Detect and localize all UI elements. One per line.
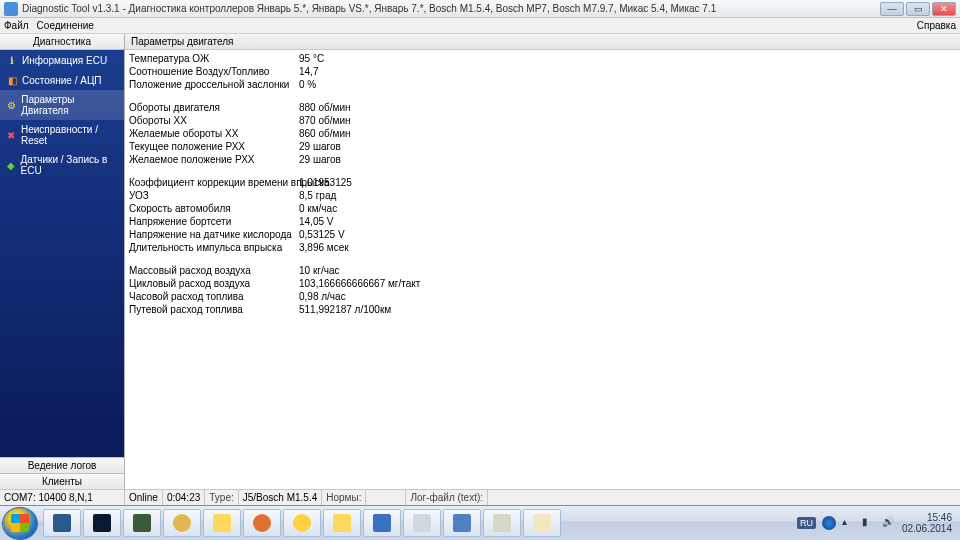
system-tray: RU ▴ ▮ 🔊 15:46 02.06.2014 <box>791 512 958 534</box>
start-button[interactable] <box>2 507 38 540</box>
param-label: Обороты ХХ <box>129 114 299 127</box>
param-row: Коэффициент коррекции времени впрыска1,0… <box>125 176 960 189</box>
status-time: 0:04:23 <box>163 490 205 505</box>
content-panel: Параметры двигателя Температура ОЖ95 °CС… <box>125 34 960 489</box>
param-row: Обороты двигателя880 об/мин <box>125 101 960 114</box>
sidebar-item-label: Параметры Двигателя <box>21 94 118 116</box>
status-log <box>488 490 960 505</box>
app-icon <box>293 514 311 532</box>
param-label: УОЗ <box>129 189 299 202</box>
param-row: Цикловый расход воздуха103,166666666667 … <box>125 277 960 290</box>
taskbar-app-9[interactable] <box>403 509 441 537</box>
param-row: Температура ОЖ95 °C <box>125 52 960 65</box>
taskbar-app-1[interactable] <box>83 509 121 537</box>
param-row: Соотношение Воздух/Топливо14,7 <box>125 65 960 78</box>
content-body: Температура ОЖ95 °CСоотношение Воздух/То… <box>125 50 960 489</box>
taskbar-app-5[interactable] <box>243 509 281 537</box>
param-row: Напряжение на датчике кислорода0,53125 V <box>125 228 960 241</box>
param-label: Текущее положение РХХ <box>129 140 299 153</box>
status-online: Online <box>125 490 163 505</box>
param-label: Температура ОЖ <box>129 52 299 65</box>
param-label: Массовый расход воздуха <box>129 264 299 277</box>
param-label: Коэффициент коррекции времени впрыска <box>129 176 299 189</box>
clock-time: 15:46 <box>902 512 952 523</box>
app-icon <box>493 514 511 532</box>
sidebar-bottom-1[interactable]: Клиенты <box>0 473 124 489</box>
taskbar-app-0[interactable] <box>43 509 81 537</box>
param-row: Желаемое положение РХХ29 шагов <box>125 153 960 166</box>
param-label: Положение дроссельной заслонки <box>129 78 299 91</box>
param-row: Массовый расход воздуха10 кг/час <box>125 264 960 277</box>
app-icon <box>213 514 231 532</box>
param-row: Текущее положение РХХ29 шагов <box>125 140 960 153</box>
sidebar-icon: ◆ <box>6 159 17 171</box>
taskbar: RU ▴ ▮ 🔊 15:46 02.06.2014 <box>0 505 960 540</box>
network-icon[interactable]: ▮ <box>862 516 876 530</box>
status-type-label: Type: <box>205 490 238 505</box>
sidebar-item-3[interactable]: ✖Неисправности / Reset <box>0 120 124 150</box>
language-indicator[interactable]: RU <box>797 517 816 529</box>
taskbar-app-6[interactable] <box>283 509 321 537</box>
app-icon <box>533 514 551 532</box>
sidebar-icon: ℹ <box>6 54 18 66</box>
sidebar-item-label: Неисправности / Reset <box>21 124 118 146</box>
app-icon <box>253 514 271 532</box>
volume-icon[interactable]: 🔊 <box>882 516 896 530</box>
window-title: Diagnostic Tool v1.3.1 - Диагностика кон… <box>22 3 880 14</box>
sidebar-bottom-0[interactable]: Ведение логов <box>0 457 124 473</box>
maximize-button[interactable]: ▭ <box>906 2 930 16</box>
param-value: 95 °C <box>299 52 956 65</box>
taskbar-app-7[interactable] <box>323 509 361 537</box>
app-icon <box>453 514 471 532</box>
close-button[interactable]: ✕ <box>932 2 956 16</box>
sidebar-icon: ⚙ <box>6 99 17 111</box>
clock[interactable]: 15:46 02.06.2014 <box>902 512 952 534</box>
param-value: 14,05 V <box>299 215 956 228</box>
sidebar-item-2[interactable]: ⚙Параметры Двигателя <box>0 90 124 120</box>
tray-chevron-icon[interactable]: ▴ <box>842 516 856 530</box>
app-icon <box>53 514 71 532</box>
sidebar-item-label: Датчики / Запись в ECU <box>21 154 118 176</box>
param-value: 0,53125 V <box>299 228 956 241</box>
param-label: Длительность импульса впрыска <box>129 241 299 254</box>
taskbar-app-12[interactable] <box>523 509 561 537</box>
param-value: 860 об/мин <box>299 127 956 140</box>
sidebar-item-0[interactable]: ℹИнформация ECU <box>0 50 124 70</box>
app-icon <box>413 514 431 532</box>
sidebar-item-label: Информация ECU <box>22 55 107 66</box>
param-value: 880 об/мин <box>299 101 956 114</box>
param-row: УОЗ8,5 град <box>125 189 960 202</box>
taskbar-app-11[interactable] <box>483 509 521 537</box>
menu-file[interactable]: Файл <box>4 20 29 31</box>
param-row: Напряжение бортсети14,05 V <box>125 215 960 228</box>
content-title: Параметры двигателя <box>125 34 960 50</box>
minimize-button[interactable]: — <box>880 2 904 16</box>
taskbar-app-3[interactable] <box>163 509 201 537</box>
app-icon <box>93 514 111 532</box>
menu-connection[interactable]: Соединение <box>37 20 94 31</box>
menubar: Файл Соединение Справка <box>0 18 960 34</box>
param-value: 0,98 л/час <box>299 290 956 303</box>
action-center-icon[interactable] <box>822 516 836 530</box>
taskbar-app-8[interactable] <box>363 509 401 537</box>
param-row: Длительность импульса впрыска3,896 мсек <box>125 241 960 254</box>
param-value: 3,896 мсек <box>299 241 956 254</box>
taskbar-app-4[interactable] <box>203 509 241 537</box>
param-label: Желаемые обороты ХХ <box>129 127 299 140</box>
statusbar: COM7: 10400 8,N,1 Online 0:04:23 Type: J… <box>0 489 960 505</box>
taskbar-app-2[interactable] <box>123 509 161 537</box>
sidebar-icon: ◧ <box>6 74 18 86</box>
clock-date: 02.06.2014 <box>902 523 952 534</box>
window-buttons: — ▭ ✕ <box>880 2 956 16</box>
param-label: Напряжение на датчике кислорода <box>129 228 299 241</box>
windows-logo-icon <box>11 514 29 532</box>
param-value: 10 кг/час <box>299 264 956 277</box>
menu-help[interactable]: Справка <box>917 20 956 31</box>
sidebar-item-4[interactable]: ◆Датчики / Запись в ECU <box>0 150 124 180</box>
sidebar-item-1[interactable]: ◧Состояние / АЦП <box>0 70 124 90</box>
sidebar-panel: ℹИнформация ECU◧Состояние / АЦП⚙Параметр… <box>0 50 124 457</box>
param-value: 0 км/час <box>299 202 956 215</box>
main-area: Диагностика ℹИнформация ECU◧Состояние / … <box>0 34 960 489</box>
sidebar-header[interactable]: Диагностика <box>0 34 124 50</box>
taskbar-app-10[interactable] <box>443 509 481 537</box>
